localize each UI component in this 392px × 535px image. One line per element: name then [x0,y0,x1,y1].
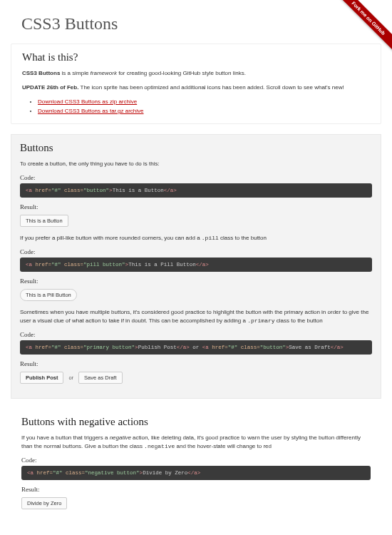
download-zip-link[interactable]: Download CSS3 Buttons as zip archive [38,98,137,105]
result-3: Publish Post or Save as Draft [20,370,372,384]
buttons-heading: Buttons [20,142,372,154]
intro-p1: CSS3 Buttons is a simple framework for c… [22,69,370,78]
result-label: Result: [21,486,371,493]
negative-heading: Buttons with negative actions [21,416,371,428]
result-label: Result: [20,203,372,210]
code-label: Code: [20,248,372,255]
result-1: This is a Button [20,213,372,227]
page-container: CSS3 Buttons What is this? CSS3 Buttons … [11,0,381,535]
list-item: Download CSS3 Buttons as zip archive [38,98,370,107]
or-text: or [68,374,73,381]
buttons-section: Buttons To create a button, the only thi… [11,134,381,399]
code-label: Code: [21,457,371,464]
code-label: Code: [20,174,372,181]
buttons-desc2: If you prefer a pill-like button with mo… [20,234,372,243]
save-draft-button[interactable]: Save as Draft [78,372,122,384]
intro-p2: UPDATE 26th of Feb. The icon sprite has … [22,83,370,92]
result-label: Result: [20,360,372,367]
publish-button[interactable]: Publish Post [20,372,63,384]
code-label: Code: [20,331,372,338]
buttons-desc1: To create a button, the only thing you h… [20,160,372,168]
buttons-desc3: Sometimes when you have multiple buttons… [20,308,372,325]
code-block-3: <a href="#" class="primary button">Publi… [20,340,372,355]
result-2: This is a Pill Button [20,287,372,301]
divide-zero-button[interactable]: Divide by Zero [21,497,67,509]
intro-heading: What is this? [22,51,370,63]
code-block-2: <a href="#" class="pill button">This is … [20,258,372,272]
intro-section: What is this? CSS3 Buttons is a simple f… [11,44,381,124]
download-list: Download CSS3 Buttons as zip archive Dow… [38,98,370,116]
code-block-1: <a href="#" class="button">This is a But… [20,183,372,198]
example-button[interactable]: This is a Button [20,215,68,227]
page-title: CSS3 Buttons [21,14,371,34]
negative-section: Buttons with negative actions If you hav… [11,409,381,524]
github-ribbon[interactable]: Fork me on GitHub [328,0,392,64]
list-item: Download CSS3 Buttons as tar.gz archive [38,107,370,116]
negative-desc: If you have a button that triggers a neg… [21,434,371,451]
result-label: Result: [20,277,372,285]
download-targz-link[interactable]: Download CSS3 Buttons as tar.gz archive [38,108,144,114]
result-4: Divide by Zero [21,495,371,509]
code-block-4: <a href="#" class="negative button">Divi… [21,466,371,480]
example-pill-button[interactable]: This is a Pill Button [20,289,77,301]
github-ribbon-text: Fork me on GitHub [332,0,392,55]
